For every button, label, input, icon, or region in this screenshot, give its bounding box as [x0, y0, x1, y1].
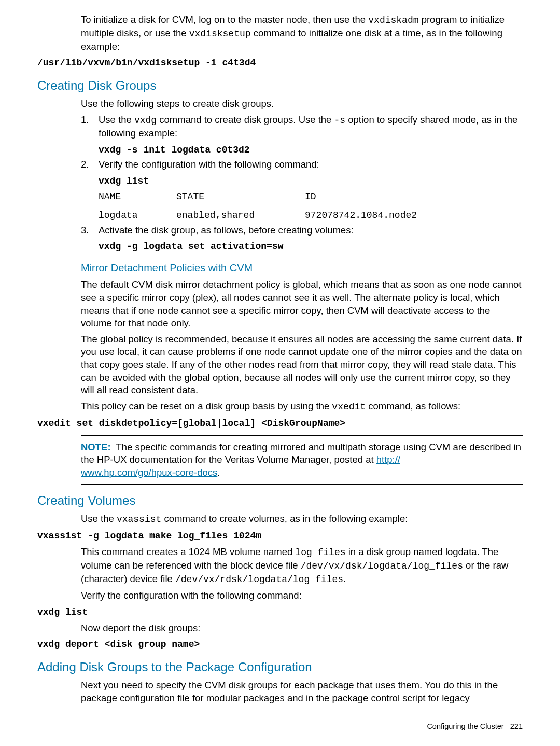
step-2-number: 2.: [81, 158, 99, 171]
mirror-cmd: vxedit set diskdetpolicy=[global|local] …: [37, 418, 345, 429]
vol-p3: Verify the configuration with the follow…: [81, 589, 523, 602]
step-3-cmd: vxdg -g logdata set activation=sw: [99, 241, 283, 252]
step-1-text-a: Use the: [99, 114, 134, 125]
page-footer: Configuring the Cluster 221: [427, 722, 523, 730]
step-1-example: vxdg -s init logdata c0t3d2: [99, 145, 250, 155]
heading-creating-volumes: Creating Volumes: [37, 493, 523, 508]
intro-text-a: To initialize a disk for CVM, log on to …: [81, 14, 368, 25]
vol-cmd3: vxdg deport <disk group name>: [37, 639, 200, 650]
vol-p2-a: This command creates a 1024 MB volume na…: [81, 546, 295, 557]
vol-p2-cmd2: /dev/vx/dsk/logdata/log_files: [301, 561, 463, 571]
step-1-number: 1.: [81, 114, 99, 127]
cell-id: 972078742.1084.node2: [305, 210, 523, 222]
intro-example-cmd: /usr/lib/vxvm/bin/vxdisksetup -i c4t3d4: [37, 58, 256, 68]
page-number: 221: [510, 722, 523, 730]
heading-pkg-config: Adding Disk Groups to the Package Config…: [37, 659, 523, 675]
dg-lead: Use the following steps to create disk g…: [81, 98, 523, 110]
cell-state: enabled,shared: [176, 210, 305, 222]
note-link-part1[interactable]: http://: [376, 454, 400, 465]
table-header: NAME STATE ID: [99, 191, 523, 203]
vol-lead-a: Use the: [81, 513, 117, 524]
table-row: logdata enabled,shared 972078742.1084.no…: [99, 210, 523, 222]
note-text-a: The specific commands for creating mirro…: [81, 441, 521, 465]
vol-lead: Use the vxassist command to create volum…: [81, 513, 523, 526]
heading-creating-disk-groups: Creating Disk Groups: [37, 78, 523, 93]
note-text-b: .: [217, 467, 220, 478]
step-2: 2. Verify the configuration with the fol…: [81, 158, 523, 222]
vol-lead-b: command to create volumes, as in the fol…: [161, 513, 408, 524]
note-link-part2[interactable]: www.hp.com/go/hpux-core-docs: [81, 467, 217, 478]
mirror-p2: The global policy is recommended, becaus…: [81, 333, 523, 397]
vol-p4: Now deport the disk groups:: [81, 622, 523, 635]
vol-p2-cmd3: /dev/vx/rdsk/logdata/log_files: [175, 574, 343, 585]
pkg-p1: Next you need to specify the CVM disk gr…: [81, 679, 523, 704]
mirror-p3-a: This policy can be reset on a disk group…: [81, 400, 332, 411]
step-3: 3. Activate the disk group, as follows, …: [81, 224, 523, 254]
cell-name: logdata: [99, 210, 176, 222]
opt-s: -s: [334, 115, 346, 126]
intro-paragraph: To initialize a disk for CVM, log on to …: [81, 13, 523, 53]
mirror-p1: The default CVM disk mirror detachment p…: [81, 279, 523, 329]
cmd-vxedit: vxedit: [332, 402, 366, 412]
step-3-number: 3.: [81, 224, 99, 237]
step-3-text: Activate the disk group, as follows, bef…: [99, 225, 354, 236]
mirror-p3-b: command, as follows:: [366, 400, 460, 411]
cmd-vxassist: vxassist: [117, 514, 161, 524]
vol-p2-d: .: [343, 573, 346, 584]
vol-cmd2: vxdg list: [37, 607, 88, 617]
cmd-vxdg: vxdg: [134, 115, 157, 126]
step-2-cmd: vxdg list: [99, 176, 149, 186]
step-2-text: Verify the configuration with the follow…: [99, 159, 319, 170]
step-1: 1. Use the vxdg command to create disk g…: [81, 114, 523, 156]
col-state: STATE: [176, 191, 305, 203]
vol-cmd1: vxassist -g logdata make log_files 1024m: [37, 531, 261, 541]
note-box: NOTE:The specific commands for creating …: [81, 435, 523, 485]
cmd-vxdisksetup: vxdisksetup: [189, 29, 251, 39]
vol-p2: This command creates a 1024 MB volume na…: [81, 546, 523, 586]
note-label: NOTE:: [81, 441, 111, 452]
vol-p2-cmd1: log_files: [295, 547, 345, 558]
mirror-p3: This policy can be reset on a disk group…: [81, 400, 523, 413]
footer-text: Configuring the Cluster: [427, 722, 503, 730]
heading-mirror-detachment: Mirror Detachment Policies with CVM: [81, 261, 523, 274]
step-1-text-b: command to create disk groups. Use the: [157, 114, 334, 125]
cmd-vxdiskadm: vxdiskadm: [368, 15, 418, 25]
col-name: NAME: [99, 191, 176, 203]
col-id: ID: [305, 191, 523, 203]
